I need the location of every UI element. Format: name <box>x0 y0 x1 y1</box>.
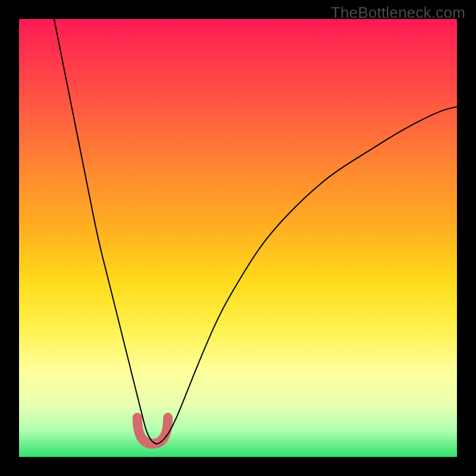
watermark-text: TheBottleneck.com <box>331 4 465 22</box>
chart-container: TheBottleneck.com <box>0 0 476 476</box>
chart-svg <box>19 19 457 457</box>
bottleneck-curve <box>54 19 457 444</box>
plot-area <box>19 19 457 457</box>
